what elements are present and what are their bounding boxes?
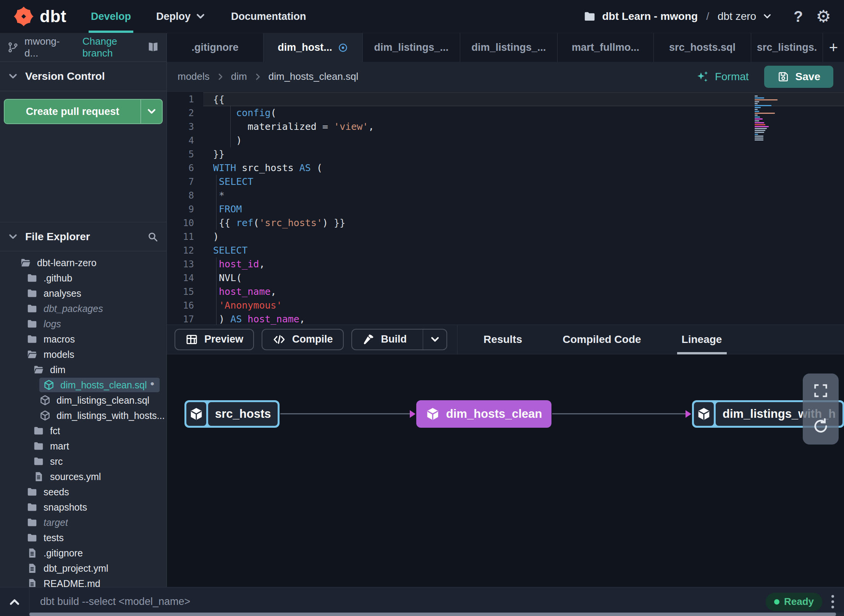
compile-button[interactable]: Compile [262, 329, 344, 350]
nav-label: Deploy [156, 11, 191, 23]
editor-code[interactable]: {{ config( materialized = 'view', )}}WIT… [203, 92, 844, 325]
settings-gear-icon[interactable]: ⚙ [816, 8, 831, 25]
code-line-7[interactable]: SELECT [203, 175, 844, 189]
create-pull-request-label: Create pull request [5, 106, 141, 118]
file-tab-src-listings[interactable]: src_listings. [751, 33, 823, 62]
code-line-2[interactable]: config( [203, 106, 844, 120]
create-pr-dropdown-button[interactable] [141, 100, 162, 123]
code-line-11[interactable]: ) [203, 230, 844, 244]
line-number: 6 [167, 161, 203, 175]
code-line-3[interactable]: materialized = 'view', [203, 120, 844, 134]
tree-item-src[interactable]: src [0, 454, 167, 469]
tree-item-dim-hosts-clean-sql[interactable]: dim_hosts_clean.sql• [0, 377, 167, 393]
nav-item-develop[interactable]: Develop [91, 0, 131, 33]
file-tab-dim-listings[interactable]: dim_listings_... [363, 33, 460, 62]
file-explorer-header[interactable]: File Explorer [0, 222, 167, 251]
lineage-node-src-hosts[interactable]: src_hosts [184, 400, 280, 428]
code-line-9[interactable]: FROM [203, 202, 844, 216]
build-button[interactable]: Build [351, 329, 448, 350]
panel-tab-lineage[interactable]: Lineage [679, 325, 725, 354]
horizontal-scrollbar[interactable] [29, 613, 844, 616]
code-line-6[interactable]: WITH src_hosts AS ( [203, 161, 844, 175]
line-number: 13 [167, 257, 203, 271]
fullscreen-icon[interactable] [812, 382, 829, 399]
tree-item-models[interactable]: models [0, 347, 167, 362]
tree-item-dbt-project-yml[interactable]: dbt_project.yml [0, 561, 167, 576]
project-selector[interactable]: dbt Learn - mwong / dbt zero [583, 10, 772, 23]
tree-item-dim-listings-clean-sql[interactable]: dim_listings_clean.sql [0, 393, 167, 408]
terminal-toggle-button[interactable] [0, 587, 29, 616]
code-line-14[interactable]: NVL( [203, 271, 844, 285]
new-tab-button[interactable]: + [823, 33, 844, 62]
create-pull-request-button[interactable]: Create pull request [4, 99, 163, 124]
tree-item-sources-yml[interactable]: sources.yml [0, 469, 167, 484]
dbt-logo[interactable]: dbt [13, 6, 66, 27]
overflow-menu-button[interactable] [831, 595, 834, 608]
panel-tab-compiled-code[interactable]: Compiled Code [559, 325, 644, 354]
file-tab-src-hosts-sql[interactable]: src_hosts.sql [654, 33, 751, 62]
tree-item-tests[interactable]: tests [0, 530, 167, 545]
line-number: 15 [167, 285, 203, 299]
file-tab-gitignore[interactable]: .gitignore [167, 33, 264, 62]
code-line-8[interactable]: * [203, 189, 844, 202]
tree-item-seeds[interactable]: seeds [0, 484, 167, 500]
nav-item-documentation[interactable]: Documentation [231, 0, 306, 33]
change-branch-link[interactable]: Change branch [82, 36, 147, 59]
tree-item-snapshots[interactable]: snapshots [0, 500, 167, 515]
ready-label: Ready [784, 596, 814, 608]
nav-item-deploy[interactable]: Deploy [156, 0, 206, 33]
search-icon[interactable] [147, 231, 159, 243]
code-editor[interactable]: 123456789101112131415161718192021222324 … [167, 92, 844, 325]
scrollbar-thumb[interactable] [29, 613, 836, 616]
tree-item-analyses[interactable]: analyses [0, 286, 167, 301]
tree-item-readme-md[interactable]: README.md [0, 576, 167, 587]
lineage-node-dim-hosts-clean[interactable]: dim_hosts_clean [416, 400, 551, 428]
tree-item-dim-listings-with-hosts[interactable]: dim_listings_with_hosts... [0, 408, 167, 423]
minimap-line [755, 128, 767, 129]
format-button[interactable]: Format [696, 70, 749, 84]
tree-item-fct[interactable]: fct [0, 423, 167, 438]
help-button[interactable]: ? [794, 8, 803, 25]
save-button[interactable]: Save [764, 66, 833, 88]
tree-item-target[interactable]: target [0, 515, 167, 530]
refresh-icon[interactable] [812, 417, 830, 435]
command-input[interactable] [29, 596, 766, 608]
tree-item-github[interactable]: .github [0, 270, 167, 286]
file-icon [26, 578, 38, 587]
tree-item-label: dbt-learn-zero [37, 257, 97, 268]
tree-item-label: analyses [44, 288, 81, 299]
tree-item-macros[interactable]: macros [0, 331, 167, 347]
tree-item-label: dbt_packages [44, 303, 103, 314]
tree-item-label: tests [44, 532, 64, 543]
code-line-1[interactable]: {{ [203, 92, 844, 106]
tree-item-dim[interactable]: dim [0, 362, 167, 377]
file-tab-dim-host[interactable]: dim_host... [264, 33, 363, 62]
folder-open-icon [33, 364, 44, 375]
code-line-15[interactable]: host_name, [203, 285, 844, 299]
code-line-17[interactable]: ) AS host_name, [203, 312, 844, 325]
minimap-line [755, 139, 763, 141]
build-dropdown-button[interactable] [423, 330, 446, 349]
code-line-10[interactable]: {{ ref('src_hosts') }} [203, 216, 844, 230]
file-tab-mart-fullmo[interactable]: mart_fullmo... [558, 33, 654, 62]
minimap[interactable] [755, 95, 779, 141]
panel-tab-results[interactable]: Results [480, 325, 525, 354]
code-line-16[interactable]: 'Anonymous' [203, 299, 844, 312]
tree-item-logs[interactable]: logs [0, 316, 167, 331]
build-main-button[interactable]: Build [352, 330, 417, 349]
code-line-5[interactable]: }} [203, 147, 844, 161]
tree-item-mart[interactable]: mart [0, 438, 167, 454]
code-line-4[interactable]: ) [203, 134, 844, 147]
tree-item-gitignore[interactable]: .gitignore [0, 545, 167, 561]
code-line-12[interactable]: SELECT [203, 244, 844, 257]
file-tab-dim-listings[interactable]: dim_listings_... [460, 33, 558, 62]
lineage-edge [552, 413, 686, 414]
docs-book-icon[interactable] [147, 41, 160, 54]
tree-item-dbt-learn-zero[interactable]: dbt-learn-zero [0, 255, 167, 270]
folder-icon [26, 288, 38, 299]
preview-button[interactable]: Preview [175, 329, 254, 350]
code-line-13[interactable]: host_id, [203, 257, 844, 271]
version-control-header[interactable]: Version Control [0, 62, 167, 91]
tree-item-label: .github [44, 273, 72, 284]
tree-item-dbt-packages[interactable]: dbt_packages [0, 301, 167, 316]
